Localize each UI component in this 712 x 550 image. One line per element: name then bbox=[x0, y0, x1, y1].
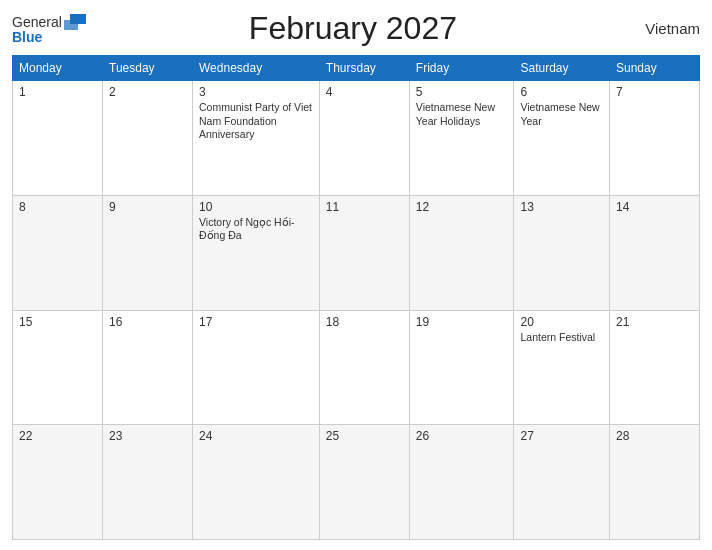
calendar-cell: 12 bbox=[409, 195, 514, 310]
calendar-cell: 13 bbox=[514, 195, 610, 310]
calendar-cell: 14 bbox=[609, 195, 699, 310]
day-number: 16 bbox=[109, 315, 186, 329]
calendar-cell: 28 bbox=[609, 425, 699, 540]
col-wednesday: Wednesday bbox=[193, 56, 320, 81]
event-label: Vietnamese New Year bbox=[520, 101, 603, 128]
day-number: 19 bbox=[416, 315, 508, 329]
calendar-cell: 10Victory of Ngọc Hồi-Đống Đa bbox=[193, 195, 320, 310]
calendar-cell: 27 bbox=[514, 425, 610, 540]
calendar-cell: 9 bbox=[103, 195, 193, 310]
calendar-cell: 4 bbox=[319, 81, 409, 196]
col-thursday: Thursday bbox=[319, 56, 409, 81]
calendar-cell: 19 bbox=[409, 310, 514, 425]
day-number: 8 bbox=[19, 200, 96, 214]
country-label: Vietnam bbox=[620, 20, 700, 37]
calendar-cell: 7 bbox=[609, 81, 699, 196]
calendar-cell: 25 bbox=[319, 425, 409, 540]
calendar-cell: 15 bbox=[13, 310, 103, 425]
day-number: 22 bbox=[19, 429, 96, 443]
calendar-cell: 17 bbox=[193, 310, 320, 425]
day-number: 14 bbox=[616, 200, 693, 214]
calendar-week-row: 8910Victory of Ngọc Hồi-Đống Đa11121314 bbox=[13, 195, 700, 310]
calendar-cell: 6Vietnamese New Year bbox=[514, 81, 610, 196]
calendar-page: General Blue February 2027 Vietnam Monda… bbox=[0, 0, 712, 550]
event-label: Communist Party of Viet Nam Foundation A… bbox=[199, 101, 313, 142]
day-number: 17 bbox=[199, 315, 313, 329]
logo-general-text: General bbox=[12, 15, 62, 29]
day-number: 15 bbox=[19, 315, 96, 329]
day-number: 1 bbox=[19, 85, 96, 99]
calendar-cell: 11 bbox=[319, 195, 409, 310]
col-tuesday: Tuesday bbox=[103, 56, 193, 81]
col-friday: Friday bbox=[409, 56, 514, 81]
calendar-cell: 20Lantern Festival bbox=[514, 310, 610, 425]
logo-blue-text: Blue bbox=[12, 30, 42, 44]
calendar-header-row: Monday Tuesday Wednesday Thursday Friday… bbox=[13, 56, 700, 81]
day-number: 12 bbox=[416, 200, 508, 214]
calendar-cell: 18 bbox=[319, 310, 409, 425]
day-number: 23 bbox=[109, 429, 186, 443]
calendar-cell: 8 bbox=[13, 195, 103, 310]
calendar-cell: 24 bbox=[193, 425, 320, 540]
calendar-cell: 5Vietnamese New Year Holidays bbox=[409, 81, 514, 196]
day-number: 28 bbox=[616, 429, 693, 443]
calendar-cell: 26 bbox=[409, 425, 514, 540]
calendar-cell: 1 bbox=[13, 81, 103, 196]
day-number: 18 bbox=[326, 315, 403, 329]
day-number: 24 bbox=[199, 429, 313, 443]
day-number: 6 bbox=[520, 85, 603, 99]
day-number: 2 bbox=[109, 85, 186, 99]
calendar-header: General Blue February 2027 Vietnam bbox=[12, 10, 700, 47]
day-number: 3 bbox=[199, 85, 313, 99]
calendar-table: Monday Tuesday Wednesday Thursday Friday… bbox=[12, 55, 700, 540]
calendar-week-row: 123Communist Party of Viet Nam Foundatio… bbox=[13, 81, 700, 196]
logo: General Blue bbox=[12, 14, 86, 44]
event-label: Victory of Ngọc Hồi-Đống Đa bbox=[199, 216, 313, 243]
day-number: 11 bbox=[326, 200, 403, 214]
svg-marker-1 bbox=[64, 20, 78, 30]
calendar-cell: 2 bbox=[103, 81, 193, 196]
col-monday: Monday bbox=[13, 56, 103, 81]
day-number: 5 bbox=[416, 85, 508, 99]
day-number: 25 bbox=[326, 429, 403, 443]
day-number: 13 bbox=[520, 200, 603, 214]
day-number: 21 bbox=[616, 315, 693, 329]
calendar-cell: 22 bbox=[13, 425, 103, 540]
calendar-week-row: 151617181920Lantern Festival21 bbox=[13, 310, 700, 425]
calendar-cell: 21 bbox=[609, 310, 699, 425]
calendar-title: February 2027 bbox=[86, 10, 620, 47]
calendar-cell: 3Communist Party of Viet Nam Foundation … bbox=[193, 81, 320, 196]
calendar-cell: 23 bbox=[103, 425, 193, 540]
day-number: 20 bbox=[520, 315, 603, 329]
day-number: 26 bbox=[416, 429, 508, 443]
day-number: 7 bbox=[616, 85, 693, 99]
col-saturday: Saturday bbox=[514, 56, 610, 81]
day-number: 27 bbox=[520, 429, 603, 443]
calendar-week-row: 22232425262728 bbox=[13, 425, 700, 540]
day-number: 10 bbox=[199, 200, 313, 214]
calendar-cell: 16 bbox=[103, 310, 193, 425]
day-number: 9 bbox=[109, 200, 186, 214]
day-number: 4 bbox=[326, 85, 403, 99]
col-sunday: Sunday bbox=[609, 56, 699, 81]
event-label: Vietnamese New Year Holidays bbox=[416, 101, 508, 128]
event-label: Lantern Festival bbox=[520, 331, 603, 345]
logo-icon bbox=[64, 14, 86, 30]
